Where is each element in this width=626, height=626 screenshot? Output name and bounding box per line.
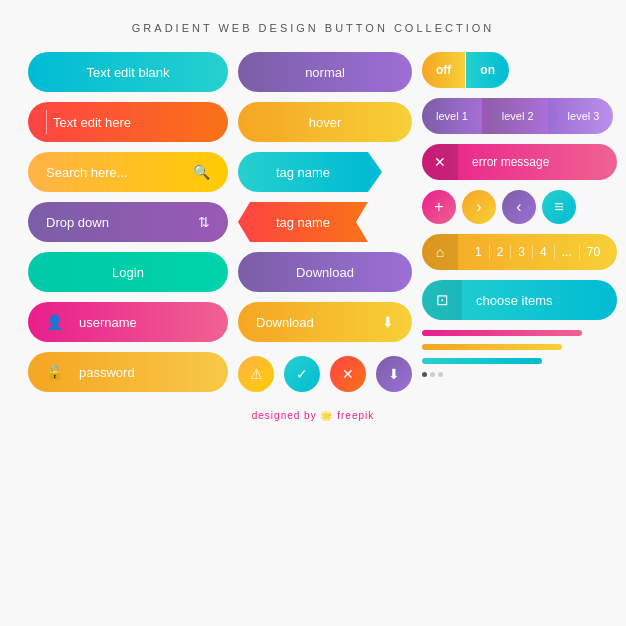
tag2-label: tag name [276, 215, 330, 230]
dot-3 [438, 372, 443, 377]
user-icon: 👤 [46, 314, 63, 330]
next-button[interactable]: › [462, 190, 496, 224]
hover-label: hover [309, 115, 342, 130]
lock-icon: 🔒 [46, 364, 63, 380]
column-2: normal hover tag name tag name Download … [238, 52, 412, 396]
home-icon: ⌂ [422, 234, 458, 270]
hover-button[interactable]: hover [238, 102, 412, 142]
check-icon[interactable]: ✓ [284, 356, 320, 392]
choose-items-label: choose items [462, 293, 567, 308]
progress-bar-3 [422, 358, 542, 364]
text-edit-label: Text edit here [53, 115, 131, 130]
menu-button[interactable]: ≡ [542, 190, 576, 224]
text-blank-label: Text edit blank [86, 65, 169, 80]
username-button[interactable]: 👤 username [28, 302, 228, 342]
column-1: Text edit blank Text edit here Search he… [28, 52, 228, 396]
normal-label: normal [305, 65, 345, 80]
download2-label: Download [256, 315, 314, 330]
normal-button[interactable]: normal [238, 52, 412, 92]
progress-dots [422, 372, 617, 377]
pagination-items: 1 2 3 4 ... 70 [458, 245, 617, 259]
add-button[interactable]: + [422, 190, 456, 224]
toggle-group: off on [422, 52, 617, 88]
tag2-button[interactable]: tag name [238, 202, 368, 242]
toggle-on-label: on [480, 63, 495, 77]
choose-items-button[interactable]: ⊡ choose items [422, 280, 617, 320]
search-button[interactable]: Search here... 🔍 [28, 152, 228, 192]
bc-level2-label: level 2 [502, 110, 534, 122]
error-icon: ✕ [422, 144, 458, 180]
login-button[interactable]: Login [28, 252, 228, 292]
tag1-container: tag name [238, 152, 412, 192]
warning-icon[interactable]: ⚠ [238, 356, 274, 392]
page-title: GRADIENT WEB DESIGN BUTTON COLLECTION [0, 0, 626, 34]
bc-arrow1 [482, 98, 492, 134]
action-buttons: + › ‹ ≡ [422, 190, 617, 224]
pg-3[interactable]: 3 [511, 245, 533, 259]
dropdown-button[interactable]: Drop down ⇅ [28, 202, 228, 242]
download2-button[interactable]: Download ⬇ [238, 302, 412, 342]
dot-1 [422, 372, 427, 377]
download1-button[interactable]: Download [238, 252, 412, 292]
username-label: username [79, 315, 137, 330]
footer-brand: freepik [337, 410, 374, 421]
dropdown-icon: ⇅ [198, 214, 210, 230]
freepik-logo-icon: 🌟 [320, 410, 337, 421]
footer: designed by 🌟 freepik [0, 410, 626, 421]
column-3: off on level 1 level 2 level 3 ✕ err [422, 52, 617, 396]
bc-arrow2 [548, 98, 558, 134]
search-icon: 🔍 [193, 164, 210, 180]
toggle-on[interactable]: on [466, 52, 509, 88]
pg-70[interactable]: 70 [580, 245, 607, 259]
icon-row: ⚠ ✓ ✕ ⬇ [238, 352, 412, 396]
text-edit-button[interactable]: Text edit here [28, 102, 228, 142]
pg-4[interactable]: 4 [533, 245, 555, 259]
bc-level3-label: level 3 [568, 110, 600, 122]
progress-bar-1 [422, 330, 582, 336]
pg-ellipsis: ... [555, 245, 580, 259]
text-blank-button[interactable]: Text edit blank [28, 52, 228, 92]
separator [46, 110, 47, 134]
download1-label: Download [296, 265, 354, 280]
password-button[interactable]: 🔒 password [28, 352, 228, 392]
breadcrumb: level 1 level 2 level 3 [422, 98, 617, 134]
download-icon: ⬇ [382, 314, 394, 330]
footer-text: designed by [252, 410, 317, 421]
pg-2[interactable]: 2 [490, 245, 512, 259]
tag1-label: tag name [276, 165, 330, 180]
search-label: Search here... [46, 165, 128, 180]
progress-bars [422, 330, 617, 377]
toggle-off-label: off [436, 63, 451, 77]
error-text: error message [458, 155, 563, 169]
dot-2 [430, 372, 435, 377]
prev-button[interactable]: ‹ [502, 190, 536, 224]
download-circle-icon[interactable]: ⬇ [376, 356, 412, 392]
login-label: Login [112, 265, 144, 280]
error-message[interactable]: ✕ error message [422, 144, 617, 180]
bc-level1-label: level 1 [436, 110, 468, 122]
toggle-off[interactable]: off [422, 52, 465, 88]
password-label: password [79, 365, 135, 380]
pg-1[interactable]: 1 [468, 245, 490, 259]
breadcrumb-level1[interactable]: level 1 [422, 98, 482, 134]
dropdown-label: Drop down [46, 215, 109, 230]
pagination: ⌂ 1 2 3 4 ... 70 [422, 234, 617, 270]
monitor-icon: ⊡ [422, 280, 462, 320]
tag1-button[interactable]: tag name [238, 152, 368, 192]
progress-bar-2 [422, 344, 562, 350]
close-icon[interactable]: ✕ [330, 356, 366, 392]
